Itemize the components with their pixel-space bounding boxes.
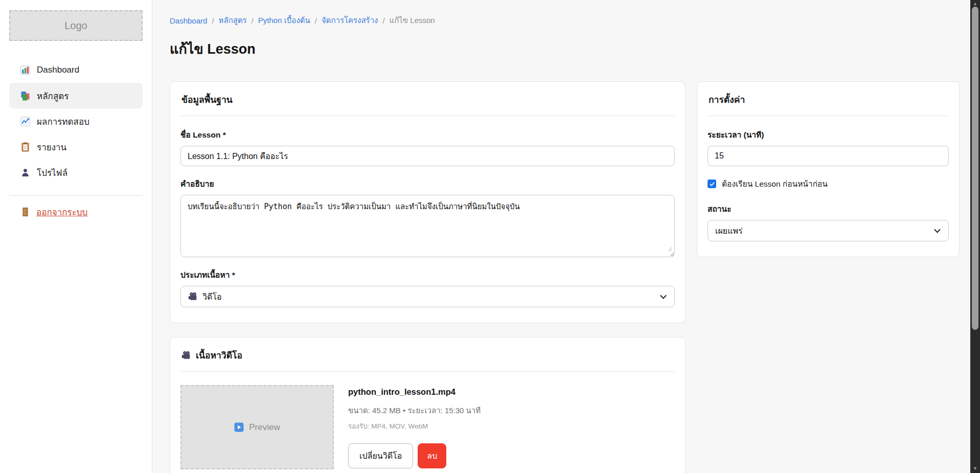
- lesson-name-label: ชื่อ Lesson *: [180, 128, 675, 141]
- logout-label: ออกจากระบบ: [36, 205, 87, 219]
- content-type-value: วิดีโอ: [202, 290, 222, 303]
- video-content-header: เนื้อหาวิดีโอ: [180, 337, 675, 372]
- breadcrumb-separator: /: [252, 16, 254, 25]
- prerequisite-label: ต้องเรียน Lesson ก่อนหน้าก่อน: [722, 177, 828, 190]
- video-supported-formats: รองรับ: MP4, MOV, WebM: [348, 420, 481, 432]
- lesson-name-field-group: ชื่อ Lesson *: [180, 128, 675, 166]
- settings-card: การตั้งค่า ระยะเวลา (นาที) ต้องเรียน Les…: [697, 81, 960, 257]
- line-chart-icon: [20, 117, 30, 126]
- bar-chart-icon: [20, 65, 30, 75]
- basic-info-card: ข้อมูลพื้นฐาน ชื่อ Lesson * คำอธิบาย บทเ…: [170, 81, 686, 323]
- sidebar: Logo Dashboard หลักสูตร ผลการทดสอบ รายงา…: [0, 0, 152, 473]
- status-label: สถานะ: [708, 202, 949, 215]
- play-button-icon: [234, 422, 244, 432]
- duration-field-group: ระยะเวลา (นาที): [708, 128, 949, 166]
- scroll-down-arrow-icon[interactable]: ▼: [970, 465, 980, 472]
- sidebar-item-label: ผลการทดสอบ: [37, 115, 89, 128]
- sidebar-item-profile[interactable]: โปรไฟล์: [9, 160, 143, 185]
- chevron-down-icon: [934, 227, 941, 233]
- basic-info-body: ชื่อ Lesson * คำอธิบาย บทเรียนนี้จะอธิบา…: [170, 116, 685, 323]
- sidebar-item-courses[interactable]: หลักสูตร: [9, 83, 143, 108]
- breadcrumb-separator: /: [315, 16, 317, 25]
- description-textarea[interactable]: บทเรียนนี้จะอธิบายว่า Python คืออะไร ประ…: [180, 195, 675, 257]
- person-icon: [20, 168, 30, 177]
- side-column: การตั้งค่า ระยะเวลา (นาที) ต้องเรียน Les…: [697, 81, 960, 257]
- chevron-down-icon: [660, 292, 667, 299]
- breadcrumb-link-dashboard[interactable]: Dashboard: [170, 16, 207, 25]
- content-grid: ข้อมูลพื้นฐาน ชื่อ Lesson * คำอธิบาย บทเ…: [170, 81, 960, 473]
- breadcrumb-link-course[interactable]: Python เบื้องต้น: [258, 14, 310, 27]
- description-field-group: คำอธิบาย บทเรียนนี้จะอธิบายว่า Python คื…: [180, 177, 675, 257]
- settings-header: การตั้งค่า: [708, 82, 949, 116]
- sidebar-item-label: หลักสูตร: [37, 89, 69, 103]
- settings-body: ระยะเวลา (นาที) ต้องเรียน Lesson ก่อนหน้…: [697, 116, 959, 257]
- clipboard-icon: [20, 142, 30, 152]
- description-textarea-wrap: บทเรียนนี้จะอธิบายว่า Python คืออะไร ประ…: [180, 195, 675, 257]
- breadcrumb-separator: /: [212, 16, 214, 25]
- basic-info-header: ข้อมูลพื้นฐาน: [180, 82, 675, 116]
- video-meta: ขนาด: 45.2 MB • ระยะเวลา: 15:30 นาที: [348, 404, 481, 417]
- video-actions: เปลี่ยนวิดีโอ ลบ: [348, 443, 481, 468]
- movie-camera-icon: [181, 351, 191, 361]
- settings-title: การตั้งค่า: [709, 93, 745, 107]
- sidebar-item-dashboard[interactable]: Dashboard: [9, 57, 143, 83]
- video-filename: python_intro_lesson1.mp4: [348, 387, 481, 397]
- prerequisite-row: ต้องเรียน Lesson ก่อนหน้าก่อน: [708, 177, 949, 190]
- breadcrumb-separator: /: [382, 16, 384, 25]
- sidebar-nav: Dashboard หลักสูตร ผลการทดสอบ รายงาน โปร…: [9, 57, 143, 185]
- video-preview-label: Preview: [249, 422, 280, 433]
- duration-input[interactable]: [708, 146, 949, 166]
- sidebar-item-label: รายงาน: [37, 140, 66, 154]
- status-field-group: สถานะ เผยแพร่: [708, 202, 949, 241]
- browser-scrollbar[interactable]: ▲ ▼: [970, 0, 980, 473]
- logo-placeholder: Logo: [9, 10, 143, 41]
- scroll-up-arrow-icon[interactable]: ▲: [970, 0, 980, 7]
- video-preview-placeholder[interactable]: Preview: [180, 385, 334, 469]
- content-type-field-group: ประเภทเนื้อหา * วิดีโอ: [180, 268, 675, 307]
- video-body: Preview python_intro_lesson1.mp4 ขนาด: 4…: [170, 372, 685, 473]
- sidebar-item-label: Dashboard: [37, 65, 79, 75]
- page-title: แก้ไข Lesson: [170, 38, 960, 60]
- delete-video-button[interactable]: ลบ: [418, 443, 446, 468]
- content-type-label: ประเภทเนื้อหา *: [180, 268, 675, 281]
- main-column: ข้อมูลพื้นฐาน ชื่อ Lesson * คำอธิบาย บทเ…: [170, 81, 686, 473]
- breadcrumb-current: แก้ไข Lesson: [390, 14, 435, 27]
- breadcrumb: Dashboard / หลักสูตร / Python เบื้องต้น …: [170, 14, 960, 27]
- video-content-card: เนื้อหาวิดีโอ Preview python_intro_lesso…: [170, 337, 686, 473]
- sidebar-item-reports[interactable]: รายงาน: [9, 134, 143, 160]
- lesson-name-input[interactable]: [180, 146, 675, 166]
- change-video-button[interactable]: เปลี่ยนวิดีโอ: [348, 443, 413, 468]
- breadcrumb-link-courses[interactable]: หลักสูตร: [219, 14, 247, 27]
- movie-camera-icon: [188, 292, 198, 302]
- duration-label: ระยะเวลา (นาที): [708, 128, 949, 141]
- sidebar-divider: [9, 195, 143, 196]
- logout-link[interactable]: ออกจากระบบ: [9, 205, 143, 219]
- logo-text: Logo: [64, 20, 87, 32]
- content-type-select[interactable]: วิดีโอ: [180, 286, 675, 307]
- description-label: คำอธิบาย: [180, 177, 675, 190]
- scrollbar-thumb[interactable]: [972, 7, 978, 330]
- sidebar-item-label: โปรไฟล์: [37, 166, 67, 179]
- video-info: python_intro_lesson1.mp4 ขนาด: 45.2 MB •…: [348, 385, 481, 469]
- status-value: เผยแพร่: [715, 224, 743, 237]
- door-icon: [20, 207, 30, 217]
- status-select[interactable]: เผยแพร่: [708, 220, 949, 241]
- sidebar-item-test-results[interactable]: ผลการทดสอบ: [9, 108, 143, 134]
- breadcrumb-link-structure[interactable]: จัดการโครงสร้าง: [322, 14, 378, 27]
- prerequisite-checkbox[interactable]: [708, 179, 716, 188]
- main-content: Dashboard / หลักสูตร / Python เบื้องต้น …: [152, 0, 970, 473]
- basic-info-title: ข้อมูลพื้นฐาน: [181, 93, 233, 107]
- video-content-title: เนื้อหาวิดีโอ: [196, 348, 242, 363]
- checkmark-icon: [709, 181, 715, 187]
- books-icon: [20, 91, 30, 101]
